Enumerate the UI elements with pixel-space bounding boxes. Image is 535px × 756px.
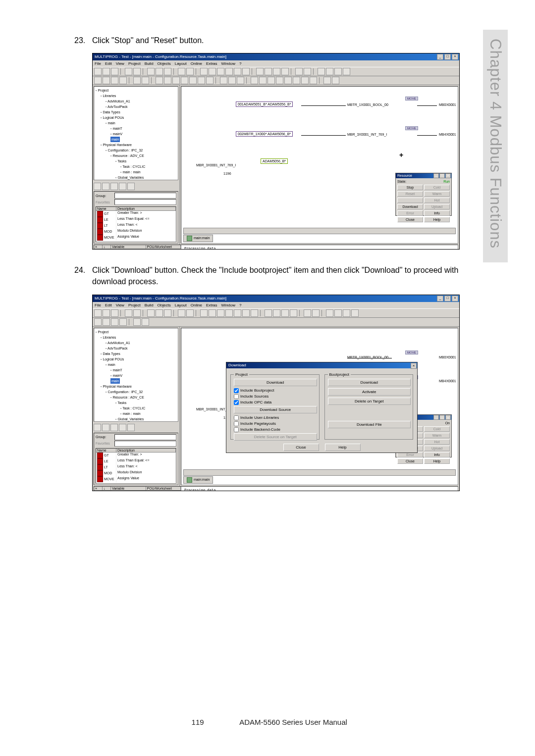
toolbar-icon[interactable] [133,318,141,326]
panel-max-icon[interactable]: □ [439,173,445,178]
move-block[interactable]: MOVE [405,126,418,130]
toolbar-icon[interactable] [111,68,118,75]
toolbar-icon[interactable] [147,309,155,317]
menu-online[interactable]: Online [191,60,202,67]
tree-node[interactable]: ▫ Physical Hardware [96,142,176,148]
close-icon[interactable]: × [452,54,458,60]
toolbar-icon[interactable] [304,309,311,317]
tree-node[interactable]: ▫ AdvMotion_A1 [96,340,176,346]
toolbar-icon[interactable] [206,77,214,84]
toolbar-icon[interactable] [142,318,149,326]
tree-node[interactable]: ▫ Configuration : IPC_32 [96,148,176,153]
maximize-icon[interactable]: □ [444,54,451,60]
tree-toolbar-icon[interactable] [119,424,126,431]
delete-target-button[interactable]: Delete on Target [328,398,411,405]
include-sources-checkbox[interactable]: Include Sources [234,394,316,399]
toolbar-icon[interactable] [125,309,132,317]
toolbar-icon[interactable] [142,77,149,84]
toolbar-icon[interactable] [186,309,194,317]
toolbar-icon[interactable] [209,68,216,75]
editor-tab[interactable]: main:main [183,235,213,242]
tree-node[interactable]: ▫ AdvToolPack [96,346,176,351]
toolbar-icon[interactable] [310,77,317,84]
tree-toolbar-icon[interactable] [102,183,109,190]
fbd-editor[interactable]: 001ADAM5051_B* ADAM5056_B* MBTR_1X0001_B… [181,86,458,244]
tree-node[interactable]: ▫ Configuration : IPC_32 [96,389,176,395]
toolbar-icon[interactable] [198,77,205,84]
toolbar-icon[interactable] [164,77,171,84]
toolbar-icon[interactable] [94,318,102,326]
toolbar-icon[interactable] [103,77,110,84]
panel-min-icon[interactable]: _ [433,415,439,420]
menu-window[interactable]: Window [221,60,235,67]
toolbar-icon[interactable] [111,77,118,84]
toolbar-icon[interactable] [228,77,236,84]
tree-toolbar-icon[interactable] [110,183,118,190]
toolbar-icon[interactable] [284,77,292,84]
fb-row[interactable]: GTGreater Than: > [96,211,176,217]
toolbar-icon[interactable] [111,318,118,326]
resource-info-button[interactable]: Info [424,452,450,457]
tree-node[interactable]: ▫ Logical POUs [96,356,176,362]
toolbar-icon[interactable] [189,77,197,84]
include-opc-checkbox[interactable]: Include OPC data [234,400,316,405]
tree-node[interactable]: ▫ Data Types [96,109,176,115]
tree-node[interactable]: ▫ Global_Variables [96,175,176,180]
group-field[interactable] [114,193,176,199]
menu-help[interactable]: ? [239,60,241,67]
variables-pane[interactable]: × ↓ Variable POU/Worksheet [94,245,181,250]
tree-node[interactable]: main [96,378,176,384]
toolbar-icon[interactable] [156,68,163,75]
close-icon[interactable]: × [452,296,458,302]
include-userlib-checkbox[interactable]: Include User-Libraries [234,415,316,420]
toolbar-icon[interactable] [178,68,185,75]
toolbar-icon[interactable] [133,309,141,317]
fb-row[interactable]: LTLess Than: < [96,223,176,229]
toolbar-icon[interactable] [281,68,289,75]
toolbar-icon[interactable] [273,309,280,317]
tree-toolbar-icon[interactable] [119,183,126,190]
toolbar-icon[interactable] [242,309,250,317]
tree-node[interactable]: ▫ Libraries [96,93,176,99]
tree-node[interactable]: ▫ Task : CYCLIC [96,405,176,411]
tree-node[interactable]: ▫ Libraries [96,335,176,340]
resource-stop-button[interactable]: Stop [397,185,423,190]
fb-row[interactable]: MODModulo Division [96,470,176,476]
toolbar-icon[interactable] [172,77,180,84]
dialog-close-button[interactable]: Close [283,444,319,451]
fb-row[interactable]: LELess Than Equal: <= [96,217,176,223]
toolbar-icon[interactable] [217,68,224,75]
toolbar-icon[interactable] [119,318,127,326]
favorites-field[interactable] [114,199,176,205]
activate-button[interactable]: Activate [328,388,411,396]
menu-edit[interactable]: Edit [105,60,112,67]
toolbar-icon[interactable] [326,68,333,75]
toolbar-icon[interactable] [164,68,171,75]
menu-online[interactable]: Online [191,302,202,308]
toolbar-icon[interactable] [225,68,233,75]
menu-layout[interactable]: Layout [175,60,187,67]
toolbar-icon[interactable] [323,77,331,84]
toolbar-icon[interactable] [265,68,272,75]
menu-project[interactable]: Project [128,302,141,308]
tree-node[interactable]: ▫ Project [96,88,176,93]
tree-node[interactable]: ▫ main : main [96,411,176,416]
toolbar-icon[interactable] [256,68,264,75]
toolbar-icon[interactable] [304,68,311,75]
tree-node[interactable]: ▫ main [96,120,176,126]
tree-node[interactable]: ▫ mainV [96,373,176,378]
tree-node[interactable]: ▫ Tasks [96,158,176,164]
tree-node[interactable]: ▫ Resource : ADV_CE [96,153,176,158]
include-bootproject-checkbox[interactable]: Include Bootproject [234,388,316,393]
toolbar-icon[interactable] [103,318,110,326]
fb-grid[interactable]: Name Description GTGreater Than: >LELess… [96,206,176,242]
toolbar-icon[interactable] [178,309,185,317]
toolbar-icon[interactable] [326,309,333,317]
panel-min-icon[interactable]: _ [433,173,439,178]
resource-download-button[interactable]: Download [397,204,423,209]
tree-toolbar-icon[interactable] [110,424,118,431]
toolbar-icon[interactable] [295,68,303,75]
toolbar-icon[interactable] [343,68,350,75]
toolbar-icon[interactable] [234,68,241,75]
toolbar-icon[interactable] [94,68,102,75]
